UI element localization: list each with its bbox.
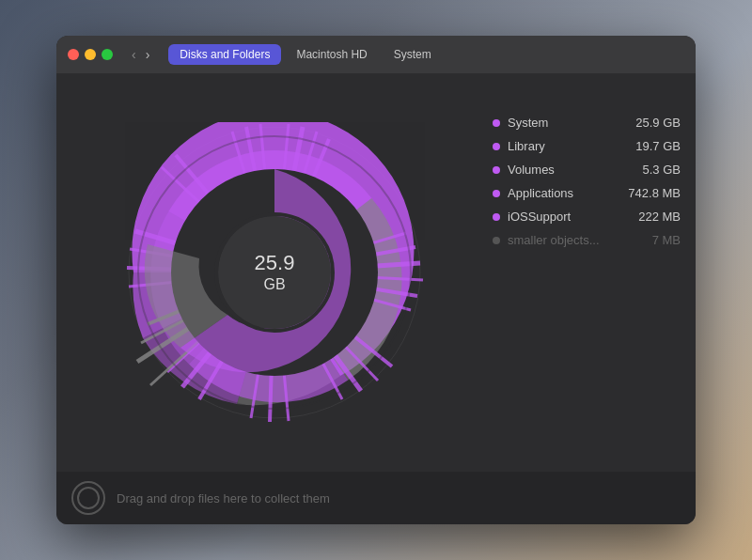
- chart-area: 25.9 GB: [71, 88, 478, 457]
- legend-label-iossupport: iOSSupport: [508, 210, 615, 224]
- legend-label-library: Library: [508, 139, 615, 153]
- donut-chart: [124, 122, 425, 423]
- svg-point-36: [218, 216, 331, 329]
- legend-label-system: System: [508, 116, 615, 130]
- titlebar: ‹ › Disks and Folders Macintosh HD Syste…: [56, 36, 696, 73]
- back-arrow[interactable]: ‹: [128, 45, 140, 64]
- legend-item-system[interactable]: System 25.9 GB: [493, 111, 681, 134]
- footer-drop-text: Drag and drop files here to collect them: [117, 491, 330, 506]
- drop-target-icon[interactable]: [71, 481, 105, 515]
- traffic-lights: [68, 49, 113, 60]
- legend-item-applications[interactable]: Applications 742.8 MB: [493, 181, 681, 205]
- legend-size-smaller: 7 MB: [615, 233, 681, 247]
- legend-item-smaller[interactable]: smaller objects... 7 MB: [493, 228, 681, 252]
- legend-size-iossupport: 222 MB: [615, 210, 681, 224]
- minimize-button[interactable]: [85, 49, 96, 60]
- tab-group: Disks and Folders Macintosh HD System: [168, 44, 442, 65]
- forward-arrow[interactable]: ›: [142, 45, 154, 64]
- tab-system[interactable]: System: [383, 44, 443, 65]
- donut-chart-container: 25.9 GB: [124, 122, 425, 423]
- tab-disks-folders[interactable]: Disks and Folders: [168, 44, 281, 65]
- legend-dot-library: [493, 143, 500, 150]
- legend-item-library[interactable]: Library 19.7 GB: [493, 134, 681, 158]
- legend-dot-system: [493, 119, 500, 127]
- footer: Drag and drop files here to collect them: [56, 472, 696, 524]
- maximize-button[interactable]: [102, 49, 113, 60]
- legend-size-applications: 742.8 MB: [615, 186, 681, 200]
- main-content: 25.9 GB System 25.9 GB Library 19.7 GB V…: [56, 73, 696, 472]
- legend-dot-iossupport: [493, 213, 500, 221]
- main-window: ‹ › Disks and Folders Macintosh HD Syste…: [56, 36, 696, 524]
- legend-label-applications: Applications: [508, 186, 615, 200]
- tab-macintosh-hd[interactable]: Macintosh HD: [285, 44, 378, 65]
- legend-size-volumes: 5.3 GB: [615, 163, 681, 177]
- legend-label-smaller: smaller objects...: [508, 233, 615, 247]
- legend-label-volumes: Volumes: [508, 163, 615, 177]
- legend-dot-volumes: [493, 166, 500, 174]
- drop-icon-inner: [77, 487, 100, 509]
- legend-dot-smaller: [493, 237, 500, 244]
- nav-arrows: ‹ ›: [128, 45, 153, 64]
- legend-item-iossupport[interactable]: iOSSupport 222 MB: [493, 205, 681, 228]
- legend-item-volumes[interactable]: Volumes 5.3 GB: [493, 158, 681, 181]
- legend-dot-applications: [493, 190, 500, 197]
- legend: System 25.9 GB Library 19.7 GB Volumes 5…: [493, 88, 681, 457]
- legend-size-library: 19.7 GB: [615, 139, 681, 153]
- legend-size-system: 25.9 GB: [615, 116, 681, 130]
- close-button[interactable]: [68, 49, 79, 60]
